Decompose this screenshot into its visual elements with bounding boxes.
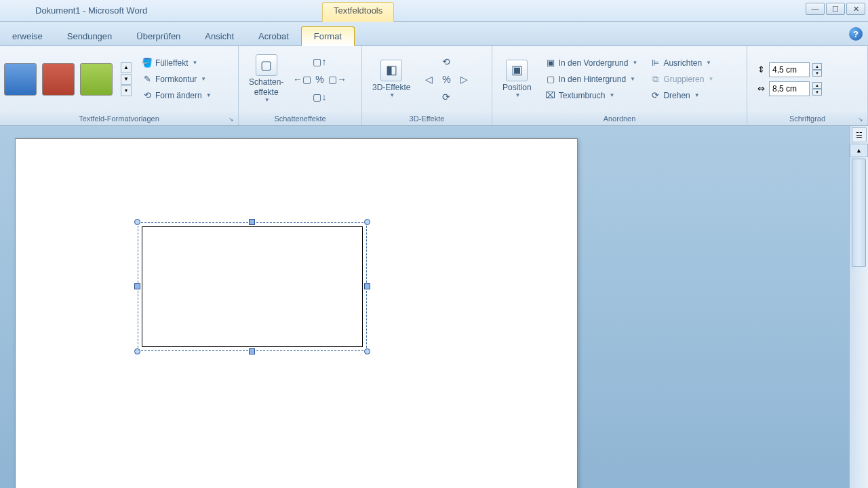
chevron-down-icon: ▼: [515, 92, 520, 99]
maximize-button[interactable]: ☐: [826, 3, 845, 15]
height-spin-down[interactable]: ▼: [812, 70, 822, 77]
gallery-scroll-up[interactable]: ▲: [121, 62, 132, 73]
text-wrap-button[interactable]: ⌧ Textumbruch ▼: [540, 88, 643, 103]
dialog-launcher-size[interactable]: ↘: [856, 115, 865, 124]
resize-handle-br[interactable]: [364, 348, 370, 354]
group-button[interactable]: ⧉ Gruppieren ▼: [645, 72, 718, 87]
tab-ueberpruefen[interactable]: Überprüfen: [124, 27, 193, 45]
height-icon: ⇕: [755, 64, 766, 75]
position-label: Position: [502, 83, 532, 92]
tab-verweise[interactable]: erweise: [0, 27, 55, 45]
3d-tilt-right[interactable]: ▷: [456, 71, 472, 87]
shape-outline-button[interactable]: ✎ Formkontur ▼: [137, 72, 216, 87]
shadow-nudge-up[interactable]: ▢↑: [311, 54, 328, 70]
width-input[interactable]: [769, 81, 810, 96]
group-label-styles: Textfeld-Formatvorlagen: [79, 115, 159, 123]
shadow-nudge-down[interactable]: ▢↓: [311, 89, 328, 105]
front-label: In den Vordergrund: [559, 58, 629, 68]
selected-textbox[interactable]: [138, 222, 367, 351]
gallery-scroll-down[interactable]: ▼: [121, 74, 132, 85]
chevron-down-icon: ▼: [632, 60, 637, 66]
title-bar: Dokument1 - Microsoft Word Textfeldtools…: [0, 0, 868, 22]
chevron-down-icon: ▼: [264, 97, 270, 104]
group-textbox-styles: ▲ ▼ ▾ 🪣 Fülleffekt ▼ ✎ Formkontur ▼ ⟲: [0, 46, 239, 125]
chevron-down-icon: ▼: [630, 76, 635, 82]
resize-handle-t[interactable]: [249, 219, 255, 225]
help-icon[interactable]: ?: [849, 27, 863, 41]
align-icon: ⊫: [650, 58, 660, 68]
ribbon: ▲ ▼ ▾ 🪣 Fülleffekt ▼ ✎ Formkontur ▼ ⟲: [0, 46, 868, 126]
chevron-down-icon: ▼: [389, 92, 395, 99]
resize-handle-r[interactable]: [364, 283, 370, 289]
group-label-arrange: Anordnen: [604, 115, 636, 123]
3d-tilt-left[interactable]: ◁: [420, 71, 437, 87]
resize-handle-b[interactable]: [249, 348, 255, 354]
send-back-icon: ▢: [545, 74, 556, 85]
resize-handle-bl[interactable]: [134, 348, 140, 354]
bring-to-front-button[interactable]: ▣ In den Vordergrund ▼: [540, 56, 643, 70]
3d-effects-button[interactable]: ◧ 3D-Effekte ▼: [366, 56, 416, 102]
height-spin-up[interactable]: ▲: [812, 63, 822, 70]
shadow-effects-button[interactable]: ▢ Schatten- effekte ▼: [243, 51, 290, 106]
group-icon: ⧉: [650, 74, 660, 85]
shadow-toggle[interactable]: %: [311, 71, 328, 87]
width-spin-down[interactable]: ▼: [812, 89, 822, 96]
chevron-down-icon: ▼: [192, 60, 197, 66]
align-button[interactable]: ⊫ Ausrichten ▼: [645, 56, 718, 70]
style-swatch-blue[interactable]: [4, 63, 37, 96]
shadow-nudge-right[interactable]: ▢→: [329, 71, 345, 87]
style-gallery[interactable]: ▲ ▼ ▾: [4, 62, 132, 96]
tab-acrobat[interactable]: Acrobat: [246, 27, 301, 45]
resize-handle-tl[interactable]: [134, 219, 140, 225]
chevron-down-icon: ▼: [708, 76, 713, 82]
3d-tilt-down[interactable]: ⟳: [438, 89, 454, 105]
ruler-toggle-icon[interactable]: ☱: [852, 127, 867, 142]
3d-tilt-up[interactable]: ⟲: [438, 54, 454, 70]
shadow-nudge-left[interactable]: ←▢: [294, 71, 310, 87]
chevron-down-icon: ▼: [706, 60, 711, 66]
page[interactable]: [15, 138, 578, 488]
rotate-label: Drehen: [663, 91, 690, 100]
resize-handle-tr[interactable]: [364, 219, 370, 225]
style-swatch-red[interactable]: [42, 63, 75, 96]
scroll-thumb[interactable]: [852, 159, 866, 267]
group-label-shadow: Schatteneffekte: [274, 115, 326, 123]
group-shadow: ▢ Schatten- effekte ▼ ▢↑ ←▢ % ▢→ ▢↓ Scha…: [239, 46, 362, 125]
resize-handle-l[interactable]: [134, 283, 140, 289]
minimize-button[interactable]: —: [806, 3, 825, 15]
dialog-launcher-styles[interactable]: ↘: [226, 115, 236, 124]
group-size: ⇕ ▲ ▼ ⇔ ▲ ▼ Schriftgrad: [747, 46, 868, 125]
close-button[interactable]: ✕: [846, 3, 865, 15]
rotate-button[interactable]: ⟳ Drehen ▼: [645, 88, 718, 103]
tab-format[interactable]: Format: [301, 26, 355, 46]
document-area[interactable]: [0, 126, 849, 488]
tab-sendungen[interactable]: Sendungen: [55, 27, 125, 45]
vertical-scrollbar[interactable]: ☱ ▲: [849, 126, 868, 488]
back-label: In den Hintergrund: [559, 75, 626, 84]
shape-change-icon: ⟲: [142, 90, 153, 101]
fill-effect-button[interactable]: 🪣 Fülleffekt ▼: [137, 56, 216, 70]
textbox-content[interactable]: [142, 226, 363, 347]
send-to-back-button[interactable]: ▢ In den Hintergrund ▼: [540, 72, 643, 87]
change-shape-button[interactable]: ⟲ Form ändern ▼: [137, 88, 216, 103]
text-wrap-icon: ⌧: [545, 90, 556, 101]
style-swatch-green[interactable]: [80, 63, 113, 96]
position-button[interactable]: ▣ Position ▼: [496, 56, 538, 102]
group-label-3d: 3D-Effekte: [410, 115, 445, 123]
fill-label: Fülleffekt: [155, 58, 188, 68]
chevron-down-icon: ▼: [609, 92, 614, 98]
scroll-up-button[interactable]: ▲: [850, 144, 868, 157]
pencil-icon: ✎: [142, 74, 153, 85]
group-arrange: ▣ Position ▼ ▣ In den Vordergrund ▼ ▢ In…: [492, 46, 747, 125]
group-label-size: Schriftgrad: [789, 115, 825, 123]
height-input[interactable]: [769, 62, 810, 77]
3d-toggle[interactable]: %: [438, 71, 454, 87]
gallery-more[interactable]: ▾: [121, 85, 132, 96]
contextual-tab-label: Textfeldtools: [322, 2, 394, 22]
width-spin-up[interactable]: ▲: [812, 82, 822, 89]
outline-label: Formkontur: [155, 75, 197, 84]
3d-label: 3D-Effekte: [372, 83, 410, 92]
tab-ansicht[interactable]: Ansicht: [193, 27, 246, 45]
shadow-label: Schatten- effekte: [249, 77, 283, 97]
align-label: Ausrichten: [663, 58, 702, 68]
